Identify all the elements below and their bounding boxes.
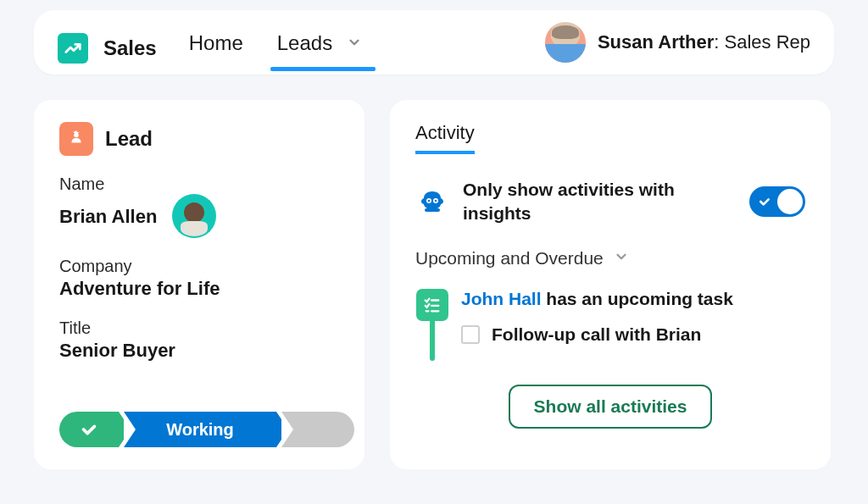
lead-title-label: Title: [59, 318, 339, 338]
top-navbar: Sales Home Leads Susan Arther: Sales Rep: [34, 10, 834, 75]
tab-activity[interactable]: Activity: [415, 122, 475, 154]
task-heading: John Hall has an upcoming task: [461, 289, 805, 309]
upcoming-section-header[interactable]: Upcoming and Overdue: [415, 248, 805, 269]
lead-company-value: Adventure for Life: [59, 278, 339, 300]
path-stage-previous[interactable]: [59, 412, 119, 447]
task-heading-rest: has an upcoming task: [542, 289, 733, 308]
show-all-activities-button[interactable]: Show all activities: [509, 385, 713, 429]
path-stage-current[interactable]: Working: [124, 412, 276, 447]
sales-app-icon: [58, 33, 88, 64]
path-stage-current-label: Working: [166, 420, 234, 440]
nav-leads[interactable]: Leads: [275, 26, 364, 70]
task-checkbox[interactable]: [461, 325, 480, 344]
activity-card: Activity Only show activities with insig…: [390, 100, 831, 469]
svg-point-5: [435, 200, 437, 202]
task-item: John Hall has an upcoming task Follow-up…: [415, 289, 805, 361]
lead-name-label: Name: [59, 174, 339, 194]
task-list-icon: [416, 289, 448, 321]
nav-home[interactable]: Home: [187, 26, 245, 70]
einstein-icon: [415, 185, 449, 219]
check-icon: [758, 195, 771, 208]
lead-company-label: Company: [59, 257, 339, 276]
user-role: Sales Rep: [724, 31, 810, 53]
chevron-down-icon: [347, 35, 362, 50]
insights-toggle[interactable]: [749, 186, 805, 217]
lead-object-label: Lead: [105, 127, 153, 151]
svg-point-4: [428, 200, 431, 202]
lead-card: Lead Name Brian Allen Company Adventure …: [34, 100, 364, 469]
avatar: [172, 194, 216, 238]
lead-title-value: Senior Buyer: [59, 340, 339, 362]
check-icon: [80, 420, 98, 439]
user-name: Susan Arther: [598, 31, 714, 53]
user-chip[interactable]: Susan Arther: Sales Rep: [545, 22, 810, 75]
lead-icon: [59, 122, 93, 156]
insights-toggle-label: Only show activities with insights: [463, 178, 736, 226]
app-name: Sales: [103, 36, 157, 60]
path-stage-next[interactable]: [281, 412, 354, 447]
task-assignee-link[interactable]: John Hall: [461, 289, 542, 308]
user-text: Susan Arther: Sales Rep: [598, 31, 810, 53]
lead-path: Working: [59, 412, 354, 447]
lead-name-value: Brian Allen: [59, 206, 157, 228]
chevron-down-icon: [614, 248, 629, 269]
task-subject: Follow-up call with Brian: [492, 324, 701, 345]
svg-rect-1: [425, 208, 440, 212]
avatar: [545, 22, 586, 63]
nav-leads-label: Leads: [277, 31, 332, 54]
upcoming-section-label: Upcoming and Overdue: [415, 248, 604, 269]
